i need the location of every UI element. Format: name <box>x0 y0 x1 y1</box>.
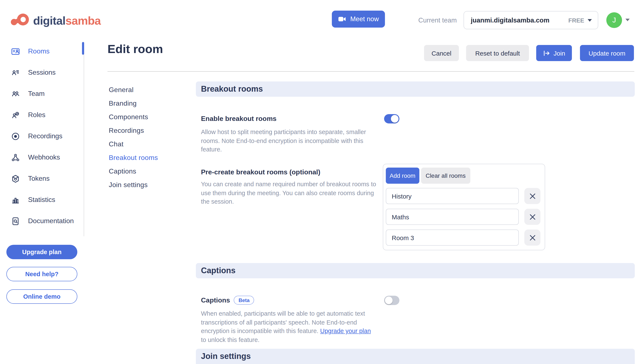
captions-description-text: to unlock this feature. <box>201 336 260 343</box>
toggle-knob <box>391 115 398 122</box>
close-icon <box>529 234 536 241</box>
sidebar-item-statistics[interactable]: Statistics <box>0 189 84 210</box>
captions-toggle[interactable] <box>384 296 399 305</box>
tab-captions[interactable]: Captions <box>109 164 185 178</box>
digitalsamba-logo-icon <box>10 11 30 30</box>
sidebar-item-label: Recordings <box>28 132 63 140</box>
sidebar-item-label: Team <box>28 90 45 98</box>
online-demo-button[interactable]: Online demo <box>6 289 77 304</box>
meet-now-label: Meet now <box>350 15 379 23</box>
top-bar: digitalsamba Meet now Current team juanm… <box>0 0 642 41</box>
sidebar-item-tokens[interactable]: Tokens <box>0 168 84 189</box>
sidebar-item-recordings[interactable]: Recordings <box>0 126 84 147</box>
tab-branding[interactable]: Branding <box>109 97 185 110</box>
sidebar-item-label: Statistics <box>28 196 55 204</box>
join-button-label: Join <box>553 50 565 57</box>
upgrade-plan-link[interactable]: Upgrade your plan <box>320 328 371 334</box>
recordings-icon <box>10 131 20 141</box>
tab-breakout-rooms[interactable]: Breakout rooms <box>109 151 185 164</box>
sidebar-item-roles[interactable]: Roles <box>0 104 84 126</box>
close-icon <box>529 193 536 199</box>
avatar-initial: J <box>612 16 616 24</box>
sidebar-item-webhooks[interactable]: Webhooks <box>0 147 84 168</box>
update-room-button[interactable]: Update room <box>580 45 634 61</box>
sidebar-item-label: Tokens <box>28 175 50 182</box>
beta-badge: Beta <box>234 296 254 305</box>
roles-icon <box>10 110 20 120</box>
tab-components[interactable]: Components <box>109 110 185 124</box>
sessions-icon <box>10 68 20 78</box>
room-name-input[interactable] <box>386 209 519 225</box>
sidebar-item-label: Documentation <box>28 217 74 225</box>
sidebar-item-sessions[interactable]: Sessions <box>0 62 84 83</box>
team-selector[interactable]: juanmi.digitalsamba.com FREE <box>464 11 598 29</box>
precreate-rooms-description: You can create and name required number … <box>201 180 381 206</box>
plan-badge: FREE <box>568 17 584 24</box>
documentation-icon <box>10 216 20 226</box>
sidebar-item-label: Webhooks <box>28 154 60 161</box>
enable-breakout-rooms-description: Allow host to split meeting participants… <box>201 128 375 154</box>
room-row <box>386 230 540 246</box>
sidebar-item-rooms[interactable]: Rooms <box>0 41 84 62</box>
captions-description: When enabled, participants will be able … <box>201 309 372 344</box>
current-team-label: Current team <box>395 16 457 24</box>
room-row <box>386 188 540 204</box>
chevron-down-icon <box>588 19 592 22</box>
room-row <box>386 209 540 225</box>
statistics-icon <box>10 195 20 205</box>
sidebar-divider <box>84 42 84 236</box>
room-name-input[interactable] <box>386 230 519 246</box>
rooms-icon <box>10 46 20 56</box>
app-root: digitalsamba Meet now Current team juanm… <box>0 0 642 364</box>
need-help-button[interactable]: Need help? <box>6 267 77 281</box>
tab-general[interactable]: General <box>109 83 185 97</box>
room-name-input[interactable] <box>386 188 519 204</box>
section-header-breakout-rooms: Breakout rooms <box>196 82 635 97</box>
sidebar-item-label: Sessions <box>28 69 56 76</box>
meet-now-button[interactable]: Meet now <box>332 10 385 28</box>
captions-setting-row: Captions Beta <box>201 296 254 305</box>
remove-room-button[interactable] <box>524 188 540 204</box>
tokens-icon <box>10 174 20 184</box>
video-camera-icon <box>338 15 346 23</box>
sidebar-item-team[interactable]: Team <box>0 83 84 104</box>
team-icon <box>10 89 20 99</box>
toggle-knob <box>385 296 393 304</box>
tab-recordings[interactable]: Recordings <box>109 124 185 138</box>
team-domain: juanmi.digitalsamba.com <box>471 16 568 24</box>
tab-join-settings[interactable]: Join settings <box>109 178 185 192</box>
sidebar-item-documentation[interactable]: Documentation <box>0 210 84 232</box>
page-title: Edit room <box>107 42 163 56</box>
precreate-rooms-label: Pre-create breakout rooms (optional) <box>201 168 320 176</box>
clear-all-rooms-button[interactable]: Clear all rooms <box>421 168 470 184</box>
sidebar-nav: Rooms Sessions <box>0 41 84 232</box>
sidebar: Rooms Sessions <box>0 41 84 364</box>
add-room-button[interactable]: Add room <box>386 168 419 184</box>
title-divider <box>107 71 634 72</box>
sidebar-item-label: Roles <box>28 111 46 119</box>
reset-to-default-button[interactable]: Reset to default <box>466 45 529 61</box>
sidebar-active-indicator <box>82 42 84 55</box>
settings-section-nav: General Branding Components Recordings C… <box>109 83 185 192</box>
cancel-button[interactable]: Cancel <box>424 45 459 61</box>
logo-wordmark: digitalsamba <box>33 12 101 29</box>
precreate-rooms-card: Add room Clear all rooms <box>383 164 545 250</box>
captions-label: Captions <box>201 296 230 304</box>
section-header-join-settings: Join settings <box>196 349 635 364</box>
section-header-captions: Captions <box>196 263 635 278</box>
account-chevron-down-icon[interactable] <box>625 19 630 21</box>
logo[interactable]: digitalsamba <box>10 11 101 30</box>
remove-room-button[interactable] <box>524 230 540 246</box>
webhooks-icon <box>10 152 20 162</box>
join-arrow-icon <box>543 50 550 57</box>
upgrade-plan-button[interactable]: Upgrade plan <box>6 245 77 259</box>
tab-chat[interactable]: Chat <box>109 138 185 151</box>
close-icon <box>529 214 536 220</box>
enable-breakout-rooms-label: Enable breakout rooms <box>201 115 277 122</box>
remove-room-button[interactable] <box>524 209 540 225</box>
sidebar-item-label: Rooms <box>28 48 50 55</box>
join-button[interactable]: Join <box>536 45 572 61</box>
enable-breakout-rooms-toggle[interactable] <box>384 114 399 124</box>
avatar[interactable]: J <box>606 12 622 28</box>
